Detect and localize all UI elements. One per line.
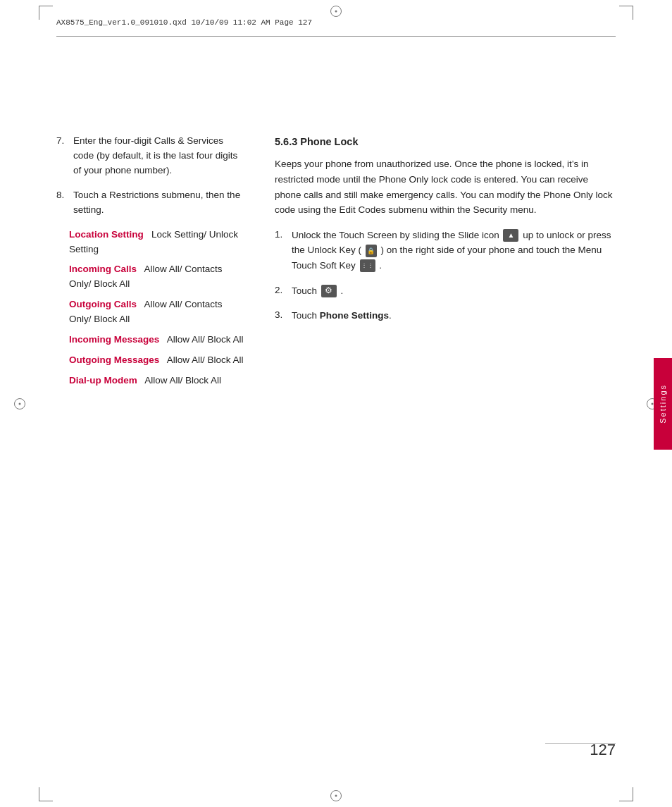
outgoing-calls-label: Outgoing Calls [69,299,137,309]
right-item2-text: Touch . [292,283,343,299]
section-title: 5.6.3 Phone Lock [275,134,616,149]
incoming-messages-desc: Allow All/ Block All [162,334,244,345]
crop-mark-tl [39,6,53,20]
right-item3-text: Touch Phone Settings. [292,308,392,324]
right-column: 5.6.3 Phone Lock Keeps your phone from u… [261,42,616,765]
left-column: 7. Enter the four-digit Calls & Services… [56,42,261,765]
outgoing-messages-label: Outgoing Messages [69,355,159,365]
menu-soft-key-icon [360,259,375,272]
item7-text: Enter the four-digit Calls & Services co… [73,134,247,178]
right-item2-num: 2. [275,283,292,299]
crop-mark-tr [619,6,633,20]
right-item1-num: 1. [275,228,292,273]
header-text: AX8575_Eng_ver1.0_091010.qxd 10/10/09 11… [56,18,312,27]
outgoing-calls-item: Outgoing Calls Allow All/ Contacts Only/… [69,297,247,327]
incoming-calls-item: Incoming Calls Allow All/ Contacts Only/… [69,262,247,292]
left-item-7: 7. Enter the four-digit Calls & Services… [56,134,247,178]
settings-tab: Settings [654,358,672,450]
reg-mark-bottom [330,790,342,801]
slide-icon [503,229,518,242]
phone-settings-bold: Phone Settings [320,310,389,321]
dialup-modem-item: Dial-up Modem Allow All/ Block All [69,374,247,388]
crop-mark-br [619,787,633,801]
content-area: 7. Enter the four-digit Calls & Services… [56,42,616,765]
right-item3-num: 3. [275,308,292,324]
crop-mark-bl [39,787,53,801]
outgoing-messages-item: Outgoing Messages Allow All/ Block All [69,353,247,368]
item7-num: 7. [56,134,73,178]
dialup-modem-label: Dial-up Modem [69,375,137,386]
outgoing-messages-desc: Allow All/ Block All [162,355,244,365]
settings-items-list: Location Setting Lock Setting/ Unlock Se… [56,228,247,388]
item8-text: Touch a Restrictions submenu, then the s… [73,188,247,218]
reg-mark-left [14,398,25,409]
dialup-modem-desc: Allow All/ Block All [140,375,222,386]
location-setting-label: Location Setting [69,229,144,240]
item8-num: 8. [56,188,73,218]
right-item1-text: Unlock the Touch Screen by sliding the S… [292,228,616,273]
location-setting-item: Location Setting Lock Setting/ Unlock Se… [69,228,247,257]
page-header: AX8575_Eng_ver1.0_091010.qxd 10/10/09 11… [56,8,616,37]
settings-tab-label: Settings [659,384,667,424]
incoming-messages-label: Incoming Messages [69,334,159,345]
incoming-calls-label: Incoming Calls [69,264,137,274]
intro-paragraph: Keeps your phone from unauthorized use. … [275,156,616,217]
unlock-key-icon [366,245,377,257]
left-item-8: 8. Touch a Restrictions submenu, then th… [56,188,247,218]
gear-settings-icon [321,285,337,297]
incoming-messages-item: Incoming Messages Allow All/ Block All [69,333,247,347]
right-item-3: 3. Touch Phone Settings. [275,308,616,324]
right-item-1: 1. Unlock the Touch Screen by sliding th… [275,228,616,273]
right-item-2: 2. Touch . [275,283,616,299]
